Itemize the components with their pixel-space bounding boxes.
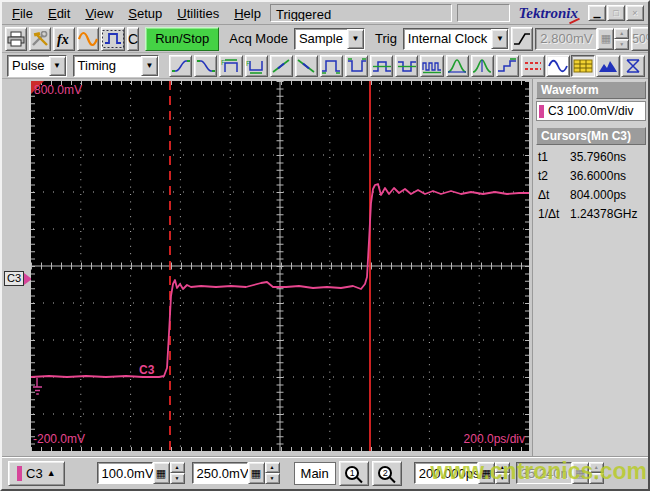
neg-width-button[interactable]: F xyxy=(245,55,268,77)
svg-text:F: F xyxy=(246,60,250,67)
keypad-button[interactable]: ▦ xyxy=(248,462,265,484)
waveform-entry-c3[interactable]: C3 100.0mV/div xyxy=(536,101,646,121)
mask-eye-icon xyxy=(623,58,643,74)
vertical-offset-spinner: ▲ ▼ xyxy=(265,462,280,484)
neg-slope-icon xyxy=(296,58,316,74)
cursors-toggle-button[interactable] xyxy=(521,55,545,77)
horizontal-scale-group: 200.000ps ▦ ▲ ▼ xyxy=(414,462,510,484)
zoom1-digit: 1 xyxy=(350,468,355,478)
trigger-status: Triggered xyxy=(270,4,452,22)
pos-width-icon: F xyxy=(221,58,241,74)
dropdown-arrow-icon[interactable]: ▼ xyxy=(347,29,364,49)
histogram-display-button[interactable] xyxy=(596,55,620,77)
peak-center-icon xyxy=(472,58,492,74)
readout-label: t1 xyxy=(538,150,570,164)
readout-row-t2: t2 36.6000ns xyxy=(536,166,646,185)
readout-panel: Waveform C3 100.0mV/div Cursors(Mn C3) t… xyxy=(532,79,650,456)
spinner-up-icon[interactable]: ▲ xyxy=(265,462,280,473)
channel-select-button[interactable]: C3 ▲ xyxy=(8,461,65,486)
neg-crossing-icon xyxy=(397,58,417,74)
rise-time-button[interactable] xyxy=(169,55,192,77)
dropdown-arrow-icon[interactable]: ▼ xyxy=(49,56,66,76)
dropdown-arrow-icon[interactable]: ▼ xyxy=(141,56,158,76)
fall-time-button[interactable] xyxy=(194,55,217,77)
pos-crossing-button[interactable] xyxy=(370,55,393,77)
pos-slope-button[interactable] xyxy=(270,55,293,77)
menu-view[interactable]: View xyxy=(78,3,121,24)
spinner-down-icon: ▼ xyxy=(589,473,604,484)
cursors-panel-header: Cursors(Mn C3) xyxy=(536,127,646,145)
sine-wave-icon xyxy=(78,31,98,47)
clear-button[interactable]: C xyxy=(127,27,139,51)
menu-help[interactable]: Help xyxy=(227,3,269,24)
scope-area: C3 C3 800.0mV -200.0mV 200.0ps/div Wavef… xyxy=(2,79,648,456)
magnifier-1-icon: 1 xyxy=(345,466,362,483)
cursors-icon xyxy=(523,58,543,74)
readout-row-inv-dt: 1/Δt 1.24378GHz xyxy=(536,204,646,223)
run-stop-button[interactable]: Run/Stop xyxy=(145,27,219,51)
channel-marker-label: C3 xyxy=(4,271,24,286)
ground-reference-icon xyxy=(33,378,42,394)
math-fx-button[interactable]: fx xyxy=(53,27,75,51)
waveform-entry-text: C3 100.0mV/div xyxy=(548,104,633,118)
burst-width-button[interactable] xyxy=(420,55,443,77)
menu-edit[interactable]: Edit xyxy=(41,3,78,24)
vertical-offset-field[interactable]: 250.0mV xyxy=(192,462,248,484)
zoom2-button[interactable]: 2 xyxy=(372,461,402,486)
neg-pulse-button[interactable] xyxy=(345,55,368,77)
trig-slope-button[interactable] xyxy=(511,27,533,51)
trig-source-select[interactable]: Internal Clock ▼ xyxy=(403,28,509,50)
trig-label: Trig xyxy=(375,31,397,46)
meas-category-select[interactable]: Pulse ▼ xyxy=(7,55,67,77)
dropdown-arrow-icon[interactable]: ▼ xyxy=(491,29,508,49)
readout-label: 1/Δt xyxy=(538,207,570,221)
fx-icon: fx xyxy=(54,31,74,47)
meas-type-select[interactable]: Timing ▼ xyxy=(73,55,160,77)
vertical-scale-field[interactable]: 100.0mV/ xyxy=(97,462,153,484)
spinner-down-icon[interactable]: ▼ xyxy=(265,473,280,484)
pos-pulse-button[interactable] xyxy=(320,55,343,77)
pulse-marquee-icon xyxy=(102,30,124,48)
keypad-button[interactable]: ▦ xyxy=(478,462,495,484)
pos-pulse-icon xyxy=(321,58,341,74)
tools-button[interactable] xyxy=(29,27,51,51)
minimize-button[interactable]: ▁ xyxy=(588,5,606,21)
acq-mode-select[interactable]: Sample ▼ xyxy=(294,28,365,50)
horizontal-scale-field[interactable]: 200.000ps xyxy=(414,462,478,484)
neg-crossing-button[interactable] xyxy=(395,55,418,77)
spinner-down-icon[interactable]: ▼ xyxy=(170,473,185,484)
pos-width-button[interactable]: F xyxy=(219,55,242,77)
keypad-button: ▦ xyxy=(572,462,589,484)
menu-utilities[interactable]: Utilities xyxy=(170,3,227,24)
pulse-select-button[interactable] xyxy=(101,27,125,51)
readout-value: 36.6000ns xyxy=(570,169,626,183)
pos-crossing-icon xyxy=(372,58,392,74)
readout-label: t2 xyxy=(538,169,570,183)
waveform-math-button[interactable] xyxy=(77,27,99,51)
settle-step-button[interactable] xyxy=(496,55,519,77)
menu-file[interactable]: File xyxy=(5,3,41,24)
readout-display-button[interactable] xyxy=(571,55,595,77)
spinner-up-icon[interactable]: ▲ xyxy=(495,462,510,473)
neg-slope-button[interactable] xyxy=(295,55,318,77)
menu-setup[interactable]: Setup xyxy=(121,3,170,24)
print-button[interactable] xyxy=(5,27,27,51)
channel-reference-marker[interactable]: C3 xyxy=(4,271,32,286)
spinner-down-icon[interactable]: ▼ xyxy=(495,473,510,484)
peak-icon xyxy=(447,58,467,74)
histogram-icon xyxy=(598,58,618,74)
menubar-spacer xyxy=(457,4,510,22)
hist-peak2-button[interactable] xyxy=(471,55,494,77)
bottom-control-bar: C3 ▲ 100.0mV/ ▦ ▲ ▼ 250.0mV ▦ ▲ ▼ Main 1 xyxy=(2,456,648,489)
waveform-display-button[interactable] xyxy=(546,55,570,77)
grid-lines xyxy=(31,81,529,451)
hist-peak-button[interactable] xyxy=(446,55,469,77)
spinner-up-icon[interactable]: ▲ xyxy=(170,462,185,473)
zoom2-digit: 2 xyxy=(383,468,388,478)
keypad-button[interactable]: ▦ xyxy=(153,462,170,484)
vertical-scale-spinner: ▲ ▼ xyxy=(170,462,185,484)
tektronix-logo: Tektronix xyxy=(515,5,588,22)
main-toolbar: fx C Run/Stop Acq Mode Sample ▼ Trig Int… xyxy=(2,25,648,53)
zoom1-button[interactable]: 1 xyxy=(339,461,369,486)
mask-display-button[interactable] xyxy=(621,55,645,77)
